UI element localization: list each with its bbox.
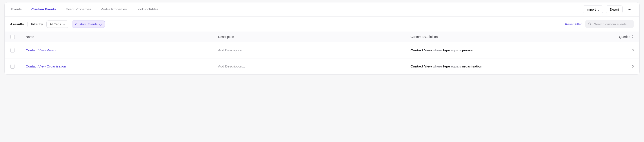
queries-cell: 0 — [603, 64, 634, 68]
event-name-link[interactable]: Contact View Organisation — [26, 64, 218, 68]
svg-point-2 — [630, 9, 631, 10]
svg-point-1 — [629, 9, 630, 10]
select-all-cell — [10, 35, 26, 39]
import-button[interactable]: Import — [583, 6, 603, 13]
all-tags-label: All Tags — [50, 22, 61, 26]
table-row: Contact View Organisation Add Descriptio… — [4, 58, 640, 75]
def-event: Contact View — [410, 64, 432, 68]
def-where: where — [433, 64, 442, 68]
main-panel: Events Custom Events Event Properties Pr… — [4, 2, 640, 75]
reset-filter-link[interactable]: Reset Filter — [565, 22, 582, 26]
tab-events[interactable]: Events — [10, 3, 22, 16]
select-all-checkbox[interactable] — [10, 35, 15, 39]
svg-point-0 — [628, 9, 628, 10]
filter-bar: 4 results Filter by All Tags Custom Even… — [4, 17, 640, 32]
event-name-link[interactable]: Contact View Person — [26, 48, 218, 52]
tab-profile-properties[interactable]: Profile Properties — [100, 3, 128, 16]
all-tags-dropdown[interactable]: All Tags — [46, 21, 68, 28]
more-menu-button[interactable] — [625, 5, 634, 14]
def-value: person — [462, 48, 474, 52]
table-header: Name Description Custom Ev...finition Qu… — [4, 32, 640, 42]
row-select-cell — [10, 64, 26, 68]
filter-by-label: Filter by — [31, 22, 43, 26]
queries-cell: 0 — [603, 48, 634, 52]
sort-icon — [632, 35, 634, 39]
chevron-down-icon — [597, 8, 600, 11]
def-equals: equals — [451, 64, 461, 68]
row-checkbox[interactable] — [10, 64, 15, 68]
definition-cell: Contact View where type equals person — [410, 48, 603, 52]
import-label: Import — [586, 8, 596, 11]
def-equals: equals — [451, 48, 461, 52]
custom-events-chip-label: Custom Events — [75, 22, 98, 26]
search-icon — [588, 22, 592, 26]
col-queries-label: Queries — [619, 35, 630, 39]
export-label: Export — [610, 8, 619, 11]
more-horizontal-icon — [627, 7, 632, 12]
chevron-down-icon — [63, 23, 65, 25]
col-name[interactable]: Name — [26, 35, 218, 39]
col-queries[interactable]: Queries — [603, 35, 634, 39]
def-value: organisation — [462, 64, 482, 68]
def-prop: type — [443, 64, 450, 68]
tabs-row: Events Custom Events Event Properties Pr… — [4, 3, 640, 17]
def-where: where — [433, 48, 442, 52]
description-input[interactable]: Add Description... — [218, 64, 410, 68]
def-event: Contact View — [410, 48, 432, 52]
custom-events-filter-chip[interactable]: Custom Events — [72, 21, 105, 28]
col-description[interactable]: Description — [218, 35, 410, 39]
row-checkbox[interactable] — [10, 48, 15, 52]
search-box[interactable] — [585, 20, 634, 28]
export-button[interactable]: Export — [606, 6, 623, 13]
tabs-nav: Events Custom Events Event Properties Pr… — [10, 3, 583, 16]
tab-lookup-tables[interactable]: Lookup Tables — [136, 3, 159, 16]
definition-cell: Contact View where type equals organisat… — [410, 64, 603, 68]
description-input[interactable]: Add Description... — [218, 48, 410, 52]
col-definition[interactable]: Custom Ev...finition — [410, 35, 603, 39]
row-select-cell — [10, 48, 26, 52]
tab-event-properties[interactable]: Event Properties — [65, 3, 92, 16]
table-row: Contact View Person Add Description... C… — [4, 42, 640, 58]
search-input[interactable] — [594, 22, 631, 26]
header-actions: Import Export — [583, 5, 634, 14]
tab-custom-events[interactable]: Custom Events — [30, 3, 57, 16]
divider — [28, 22, 28, 26]
results-count: 4 results — [10, 22, 24, 26]
chevron-down-icon — [99, 23, 102, 25]
def-prop: type — [443, 48, 450, 52]
